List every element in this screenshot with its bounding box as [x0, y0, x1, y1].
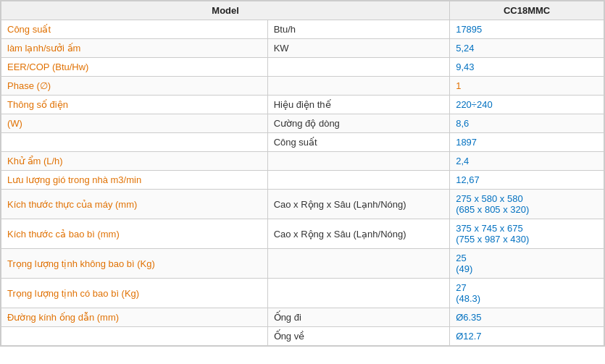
row-value: 12,67 [450, 171, 604, 190]
row-sub [267, 171, 450, 190]
row-value: Ø6.35 [450, 308, 604, 327]
row-sub: KW [267, 39, 450, 58]
model-header-value: CC18MMC [450, 1, 604, 20]
table-row: Kích thước cả bao bì (mm)Cao x Rộng x Sâ… [1, 219, 604, 249]
table-row: Trọng lượng tịnh có bao bì (Kg)27(48.3) [1, 279, 604, 308]
row-sub [267, 249, 450, 279]
row-label: làm lạnh/sưởi ấm [1, 39, 268, 58]
table-row: Thông số điệnHiệu điện thế220÷240 [1, 96, 604, 114]
row-label: Kích thước cả bao bì (mm) [1, 219, 268, 249]
row-value: 17895 [450, 20, 604, 39]
row-sub [267, 152, 450, 171]
row-label: (W) [1, 114, 268, 133]
row-sub [267, 58, 450, 77]
row-label: Trọng lượng tịnh không bao bì (Kg) [1, 249, 268, 279]
row-value: 2,4 [450, 152, 604, 171]
row-sub: Hiệu điện thế [267, 96, 450, 114]
row-value: 25(49) [450, 249, 604, 279]
row-value: 1 [450, 77, 604, 96]
row-sub: Cao x Rộng x Sâu (Lạnh/Nóng) [267, 219, 450, 249]
row-sub: Btu/h [267, 20, 450, 39]
table-row: Đường kính ống dẫn (mm)Ống điØ6.35 [1, 308, 604, 327]
table-row: Ống vềØ12.7 [1, 327, 604, 346]
row-value: 5,24 [450, 39, 604, 58]
table-row: Phase (∅)1 [1, 77, 604, 96]
row-label: Kích thước thực của máy (mm) [1, 190, 268, 219]
row-value: 275 x 580 x 580(685 x 805 x 320) [450, 190, 604, 219]
row-sub: Cường độ dòng [267, 114, 450, 133]
row-sub [267, 279, 450, 308]
model-header-label: Model [1, 1, 450, 20]
row-label [1, 327, 268, 346]
row-value: 1897 [450, 133, 604, 152]
table-row: Công suất1897 [1, 133, 604, 152]
row-label [1, 133, 268, 152]
table-row: Công suấtBtu/h17895 [1, 20, 604, 39]
row-label: Công suất [1, 20, 268, 39]
row-value: 220÷240 [450, 96, 604, 114]
spec-table-container: Model CC18MMC Công suấtBtu/h17895làm lạn… [0, 0, 605, 347]
row-sub: Cao x Rộng x Sâu (Lạnh/Nóng) [267, 190, 450, 219]
row-value: 9,43 [450, 58, 604, 77]
row-sub: Ống đi [267, 308, 450, 327]
row-label: Trọng lượng tịnh có bao bì (Kg) [1, 279, 268, 308]
row-sub: Ống về [267, 327, 450, 346]
row-label: Đường kính ống dẫn (mm) [1, 308, 268, 327]
spec-table: Model CC18MMC Công suấtBtu/h17895làm lạn… [1, 1, 604, 346]
table-row: Trọng lượng tịnh không bao bì (Kg)25(49) [1, 249, 604, 279]
table-row: EER/COP (Btu/Hw)9,43 [1, 58, 604, 77]
table-row: (W)Cường độ dòng8,6 [1, 114, 604, 133]
row-value: 8,6 [450, 114, 604, 133]
table-row: Khử ẩm (L/h)2,4 [1, 152, 604, 171]
row-value: 27(48.3) [450, 279, 604, 308]
row-sub [267, 77, 450, 96]
table-row: làm lạnh/sưởi ấmKW5,24 [1, 39, 604, 58]
row-value: Ø12.7 [450, 327, 604, 346]
row-label: Thông số điện [1, 96, 268, 114]
row-label: Phase (∅) [1, 77, 268, 96]
row-label: EER/COP (Btu/Hw) [1, 58, 268, 77]
table-row: Lưu lượng gió trong nhà m3/min12,67 [1, 171, 604, 190]
row-value: 375 x 745 x 675(755 x 987 x 430) [450, 219, 604, 249]
row-label: Lưu lượng gió trong nhà m3/min [1, 171, 268, 190]
table-row: Kích thước thực của máy (mm)Cao x Rộng x… [1, 190, 604, 219]
row-sub: Công suất [267, 133, 450, 152]
row-label: Khử ẩm (L/h) [1, 152, 268, 171]
